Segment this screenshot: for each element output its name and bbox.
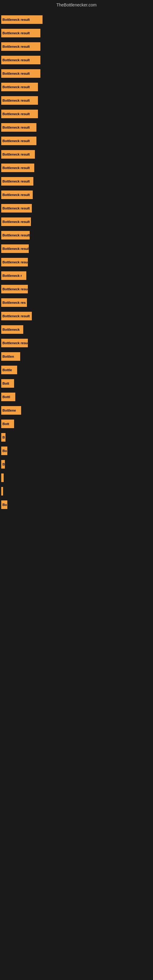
bar-label: Bottleneck result bbox=[2, 247, 29, 250]
bar-item: Bottleneck result bbox=[1, 29, 40, 37]
bar-item: Bottleneck result bbox=[1, 150, 35, 159]
bar-item: Bott bbox=[1, 379, 14, 388]
bar-row: Bott bbox=[0, 377, 153, 390]
bar-row: Bottlen bbox=[0, 350, 153, 363]
bar-label: Bottleneck result bbox=[2, 153, 30, 156]
bar-row bbox=[0, 485, 153, 498]
bar-item: B bbox=[1, 460, 5, 469]
bar-row: Bottleneck result bbox=[0, 13, 153, 26]
bar-label: Bo bbox=[2, 503, 7, 506]
bar-item: Bottleneck result bbox=[1, 123, 37, 132]
bar-row: Bottleneck result bbox=[0, 309, 153, 323]
bar-label: Bottl bbox=[2, 395, 10, 399]
bar-item: Bottleneck resu bbox=[1, 258, 28, 266]
bar-item: Bottleneck result bbox=[1, 312, 32, 320]
bar-item: Bottleneck r bbox=[1, 271, 26, 280]
bar-row: Bottleneck result bbox=[0, 148, 153, 161]
bar-row: Bottleneck result bbox=[0, 175, 153, 188]
bar-item: Bottleneck result bbox=[1, 218, 31, 226]
bar-item: Bottleneck bbox=[1, 325, 23, 334]
bar-row: Bo bbox=[0, 444, 153, 458]
bar-item: Bottleneck result bbox=[1, 110, 38, 118]
bar-label: Bo bbox=[2, 449, 7, 453]
bar-row: Bo bbox=[0, 498, 153, 511]
bar-row: B bbox=[0, 431, 153, 444]
bar-row: Bottleneck result bbox=[0, 229, 153, 242]
bar-label: Bottleneck result bbox=[2, 314, 30, 318]
bar-item: Bottleneck result bbox=[1, 231, 30, 240]
bar-item: Bottlene bbox=[1, 406, 21, 415]
bar-item: Bottleneck resu bbox=[1, 339, 28, 347]
bar-label: Bottleneck result bbox=[2, 72, 30, 75]
bar-item: Bottle bbox=[1, 366, 17, 374]
bar-row: Bottleneck result bbox=[0, 242, 153, 255]
bar-label: Bottleneck result bbox=[2, 126, 30, 129]
bar-label: B bbox=[2, 463, 5, 466]
bar-row: Bottle bbox=[0, 363, 153, 377]
bar-row: Bottleneck result bbox=[0, 215, 153, 229]
bar-item: B bbox=[1, 433, 5, 442]
bar-label: Bottleneck resu bbox=[2, 341, 28, 345]
bar-label: Bottleneck result bbox=[2, 166, 30, 170]
bar-label: Bott bbox=[2, 382, 9, 385]
bar-row: B bbox=[0, 458, 153, 471]
bar-item: Bott bbox=[1, 420, 14, 428]
bar-row: Bottleneck r bbox=[0, 269, 153, 282]
bar-item: Bo bbox=[1, 500, 7, 509]
bar-label: Bottleneck result bbox=[2, 139, 30, 143]
bar-label: Bottleneck result bbox=[2, 85, 30, 89]
bar-row: Bottleneck result bbox=[0, 26, 153, 40]
bar-row bbox=[0, 471, 153, 485]
bar-item: Bottleneck result bbox=[1, 244, 29, 253]
bar-row: Bottleneck result bbox=[0, 161, 153, 175]
bar-item: Bottleneck result bbox=[1, 42, 40, 51]
bar-item: Bottl bbox=[1, 393, 15, 401]
bar-item: Bottleneck result bbox=[1, 69, 40, 78]
bar-label: Bottleneck result bbox=[2, 180, 30, 183]
bar-row: Bottleneck result bbox=[0, 134, 153, 148]
bar-label: Bottleneck r bbox=[2, 274, 22, 277]
bar-row: Bottleneck result bbox=[0, 94, 153, 107]
bar-row: Bottleneck result bbox=[0, 67, 153, 80]
bar-item: Bo bbox=[1, 447, 7, 455]
bar-item: Bottleneck result bbox=[1, 96, 38, 105]
bar-label: Bottleneck result bbox=[2, 220, 30, 224]
bar-label: Bottleneck result bbox=[2, 58, 30, 62]
bar-item: Bottleneck result bbox=[1, 56, 40, 64]
bar-row: Bottleneck resu bbox=[0, 282, 153, 296]
bar-row: Bottleneck result bbox=[0, 80, 153, 94]
bar-label: Bottleneck result bbox=[2, 193, 30, 197]
bar-label: Bottleneck resu bbox=[2, 260, 28, 264]
bar-item: Bottleneck result bbox=[1, 177, 33, 186]
bar-label: Bottleneck result bbox=[2, 45, 30, 48]
bar-row: Bottleneck result bbox=[0, 40, 153, 53]
bar-row: Bottleneck resu bbox=[0, 255, 153, 269]
bar-item: Bottleneck result bbox=[1, 83, 38, 91]
bar-label: Bottleneck res bbox=[2, 301, 26, 304]
bar-row: Bottleneck result bbox=[0, 107, 153, 121]
bar-item: Bottleneck result bbox=[1, 164, 34, 172]
site-title: TheBottlenecker.com bbox=[0, 0, 153, 10]
bar-row: Bottleneck resu bbox=[0, 336, 153, 350]
bar-row: Bottleneck bbox=[0, 323, 153, 336]
bar-label: Bottleneck result bbox=[2, 18, 30, 21]
bar-row: Bottleneck result bbox=[0, 121, 153, 134]
bar-row: Bottleneck result bbox=[0, 202, 153, 215]
bar-row: Bottleneck result bbox=[0, 188, 153, 202]
bar-item: Bottleneck result bbox=[1, 191, 33, 199]
bar-label: Bottlen bbox=[2, 355, 14, 358]
bar-label: Bottleneck bbox=[2, 328, 19, 331]
bar-item: Bottlen bbox=[1, 352, 20, 361]
bar-item: Bottleneck result bbox=[1, 137, 37, 145]
bar-label: Bottleneck result bbox=[2, 207, 30, 210]
bar-label: Bottleneck result bbox=[2, 233, 30, 237]
bars-container: Bottleneck resultBottleneck resultBottle… bbox=[0, 10, 153, 514]
bar-item: Bottleneck resu bbox=[1, 285, 28, 293]
bar-item bbox=[1, 474, 4, 482]
bar-label: Bottleneck result bbox=[2, 31, 30, 35]
bar-label: Bottle bbox=[2, 368, 12, 372]
bar-label: B bbox=[2, 436, 5, 439]
bar-label: Bott bbox=[2, 422, 9, 426]
bar-row: Bottlene bbox=[0, 404, 153, 417]
bar-item: Bottleneck result bbox=[1, 15, 43, 24]
